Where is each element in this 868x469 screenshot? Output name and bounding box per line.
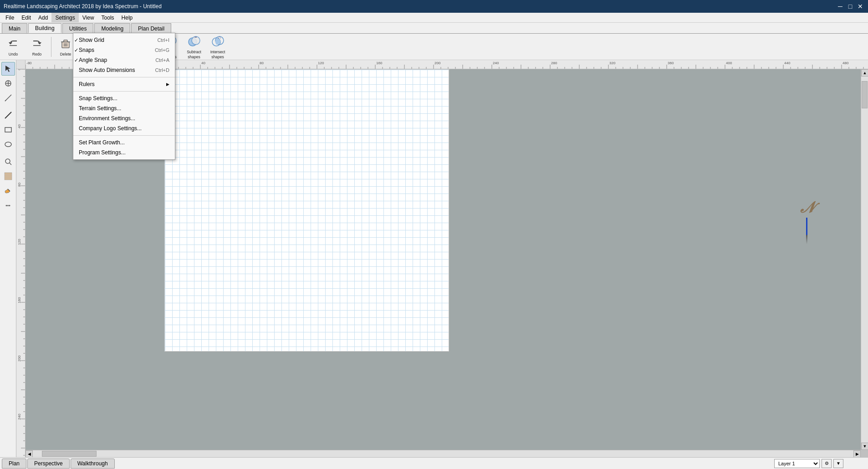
menu-item-environment-settings[interactable]: Environment Settings... bbox=[73, 113, 175, 123]
undo-button[interactable]: Undo bbox=[2, 35, 25, 59]
separator-1 bbox=[51, 37, 51, 57]
rulers-label: Rulers bbox=[79, 81, 95, 87]
separator-a bbox=[73, 77, 175, 77]
show-auto-dim-shortcut: Ctrl+D bbox=[155, 67, 169, 73]
menu-item-program-settings[interactable]: Program Settings... bbox=[73, 148, 175, 158]
scroll-up-button[interactable]: ▲ bbox=[861, 69, 868, 76]
tab-building[interactable]: Building bbox=[28, 23, 61, 33]
snaps-shortcut: Ctrl+G bbox=[155, 47, 169, 53]
menu-add[interactable]: Add bbox=[35, 13, 51, 23]
intersect-shapes-button[interactable]: ∩ Intersect shapes bbox=[206, 35, 229, 59]
menu-view[interactable]: View bbox=[79, 13, 98, 23]
tab-utilities[interactable]: Utilities bbox=[62, 23, 94, 33]
environment-settings-label: Environment Settings... bbox=[79, 115, 135, 122]
snap-settings-label: Snap Settings... bbox=[79, 95, 117, 102]
subtract-shapes-button[interactable]: − Subtract shapes bbox=[183, 35, 205, 59]
tab-modeling[interactable]: Modeling bbox=[94, 23, 130, 33]
angle-snap-label: Angle Snap bbox=[79, 57, 107, 63]
subtract-shapes-icon: − bbox=[187, 34, 201, 49]
tool-pan[interactable] bbox=[1, 76, 15, 90]
toolbar-tabs-bar: Main Building Utilities Modeling Plan De… bbox=[0, 23, 868, 34]
svg-point-29 bbox=[5, 159, 10, 163]
menu-edit[interactable]: Edit bbox=[18, 13, 35, 23]
grid bbox=[165, 70, 449, 351]
angle-snap-shortcut: Ctrl+A bbox=[155, 57, 169, 63]
minimize-button[interactable]: ─ bbox=[836, 2, 844, 10]
svg-text:∩: ∩ bbox=[218, 35, 221, 40]
tool-more[interactable]: ••• bbox=[1, 199, 15, 212]
menu-settings[interactable]: Settings bbox=[51, 13, 78, 23]
tool-draw-shape[interactable] bbox=[1, 123, 15, 137]
menu-bar: File Edit Add Settings View Tools Help bbox=[0, 13, 868, 23]
terrain-settings-label: Terrain Settings... bbox=[79, 105, 121, 112]
menu-item-snaps[interactable]: Snaps Ctrl+G bbox=[73, 45, 175, 55]
menu-item-set-plant-growth[interactable]: Set Plant Growth... bbox=[73, 138, 175, 148]
svg-line-25 bbox=[5, 100, 6, 101]
tab-main[interactable]: Main bbox=[2, 23, 27, 33]
bottom-tab-walkthrough[interactable]: Walkthrough bbox=[71, 459, 115, 469]
redo-button[interactable]: Redo bbox=[26, 35, 48, 59]
menu-item-company-logo-settings[interactable]: Company Logo Settings... bbox=[73, 123, 175, 133]
layer-down-button[interactable]: ▼ bbox=[833, 459, 843, 468]
scroll-right-button[interactable]: ▶ bbox=[853, 450, 861, 458]
show-auto-dim-label: Show Auto Dimensions bbox=[79, 67, 135, 73]
menu-item-terrain-settings[interactable]: Terrain Settings... bbox=[73, 103, 175, 113]
menu-item-show-auto-dim[interactable]: Show Auto Dimensions Ctrl+D bbox=[73, 65, 175, 75]
menu-item-show-grid[interactable]: Show Grid Ctrl+I bbox=[73, 35, 175, 45]
company-logo-settings-label: Company Logo Settings... bbox=[79, 125, 142, 132]
layer-selector: Layer 1 ⚙ ▼ bbox=[774, 459, 843, 468]
window-controls: ─ □ ✕ bbox=[836, 2, 864, 10]
tool-texture[interactable] bbox=[1, 169, 15, 183]
scrollbar-horizontal[interactable]: ◀ ▶ bbox=[26, 450, 861, 457]
maximize-button[interactable]: □ bbox=[846, 2, 854, 10]
svg-line-30 bbox=[10, 163, 11, 165]
scroll-down-button[interactable]: ▼ bbox=[861, 443, 868, 450]
scroll-left-button[interactable]: ◀ bbox=[26, 450, 33, 458]
svg-text:−: − bbox=[194, 35, 197, 40]
tool-zoom[interactable] bbox=[1, 155, 15, 168]
show-grid-label: Show Grid bbox=[79, 37, 104, 43]
tool-select[interactable] bbox=[1, 62, 15, 76]
scrollbar-vertical[interactable]: ▲ ▼ bbox=[861, 69, 868, 450]
bottom-tab-plan[interactable]: Plan bbox=[2, 459, 26, 469]
tool-draw-line[interactable] bbox=[1, 108, 15, 122]
title-bar: Realtime Landscaping Architect 2018 by I… bbox=[0, 0, 868, 13]
svg-point-28 bbox=[5, 142, 11, 147]
settings-dropdown: Show Grid Ctrl+I Snaps Ctrl+G Angle Snap… bbox=[73, 33, 175, 160]
redo-label: Redo bbox=[32, 52, 41, 56]
layer-dropdown[interactable]: Layer 1 bbox=[774, 459, 820, 468]
undo-label: Undo bbox=[9, 52, 18, 56]
scrollbar-h-track bbox=[33, 450, 853, 457]
bottom-tabs-bar: Plan Perspective Walkthrough Layer 1 ⚙ ▼ bbox=[0, 457, 868, 469]
menu-item-rulers[interactable]: Rulers bbox=[73, 79, 175, 89]
snaps-label: Snaps bbox=[79, 47, 94, 53]
menu-item-snap-settings[interactable]: Snap Settings... bbox=[73, 93, 175, 103]
tab-plan-detail[interactable]: Plan Detail bbox=[131, 23, 171, 33]
separator-c bbox=[73, 135, 175, 136]
intersect-shapes-label: Intersect shapes bbox=[208, 50, 228, 59]
separator-b bbox=[73, 91, 175, 92]
scrollbar-v-thumb[interactable] bbox=[862, 81, 868, 108]
bottom-tab-perspective[interactable]: Perspective bbox=[27, 459, 70, 469]
design-canvas bbox=[164, 69, 449, 352]
tool-draw-oval[interactable] bbox=[1, 138, 15, 151]
intersect-shapes-icon: ∩ bbox=[210, 34, 225, 49]
set-plant-growth-label: Set Plant Growth... bbox=[79, 139, 125, 146]
redo-icon bbox=[30, 36, 44, 51]
menu-help[interactable]: Help bbox=[118, 13, 137, 23]
scrollbar-h-thumb[interactable] bbox=[42, 451, 97, 457]
tool-measure[interactable] bbox=[1, 91, 15, 105]
svg-rect-27 bbox=[5, 127, 11, 132]
close-button[interactable]: ✕ bbox=[856, 2, 864, 10]
scrollbar-v-track bbox=[861, 76, 868, 443]
ruler-vertical bbox=[16, 69, 26, 457]
svg-rect-1 bbox=[64, 40, 67, 42]
menu-file[interactable]: File bbox=[2, 13, 18, 23]
tool-color-bucket[interactable] bbox=[1, 184, 15, 198]
show-grid-shortcut: Ctrl+I bbox=[157, 37, 169, 43]
menu-tools[interactable]: Tools bbox=[98, 13, 118, 23]
menu-item-angle-snap[interactable]: Angle Snap Ctrl+A bbox=[73, 55, 175, 65]
window-title: Realtime Landscaping Architect 2018 by I… bbox=[4, 3, 162, 10]
layer-settings-button[interactable]: ⚙ bbox=[822, 459, 832, 468]
north-arrow-line bbox=[806, 218, 807, 244]
